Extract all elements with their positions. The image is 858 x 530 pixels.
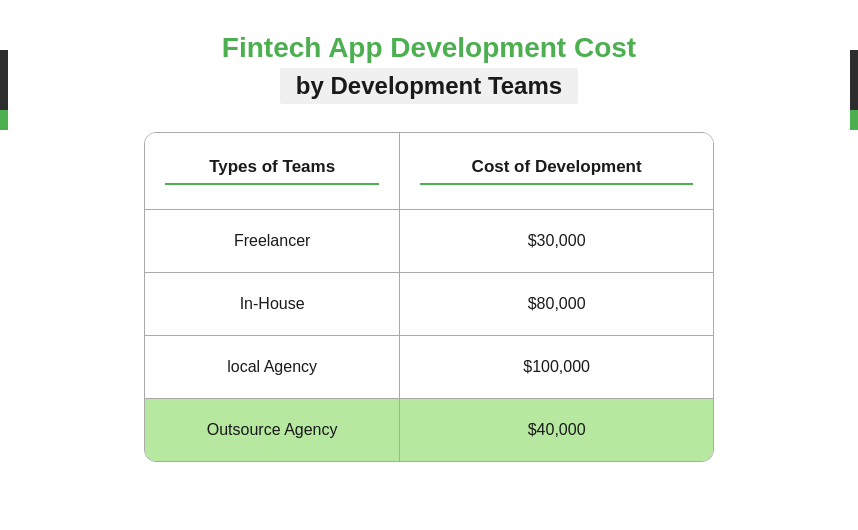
table-row: Freelancer$30,000 (145, 209, 713, 272)
main-table: Types of Teams Cost of Development Freel… (145, 133, 713, 461)
cell-team: In-House (145, 272, 400, 335)
cell-cost: $100,000 (400, 335, 713, 398)
table-row: local Agency$100,000 (145, 335, 713, 398)
side-bar-left-accent (0, 110, 8, 130)
title-line2: by Development Teams (280, 68, 578, 103)
title-section: Fintech App Development Cost by Developm… (222, 30, 636, 104)
table-row: Outsource Agency$40,000 (145, 398, 713, 461)
page-content: Fintech App Development Cost by Developm… (0, 0, 858, 462)
table-body: Freelancer$30,000In-House$80,000local Ag… (145, 209, 713, 461)
table-container: Types of Teams Cost of Development Freel… (144, 132, 714, 462)
table-header-row: Types of Teams Cost of Development (145, 133, 713, 210)
cell-cost: $40,000 (400, 398, 713, 461)
cell-team: local Agency (145, 335, 400, 398)
header-underline-1 (165, 183, 379, 185)
header-underline-2 (420, 183, 693, 185)
cell-cost: $30,000 (400, 209, 713, 272)
side-bar-right (850, 50, 858, 110)
cell-cost: $80,000 (400, 272, 713, 335)
col-header-cost: Cost of Development (400, 133, 713, 210)
cell-team: Freelancer (145, 209, 400, 272)
col-header-teams: Types of Teams (145, 133, 400, 210)
title-line1: Fintech App Development Cost (222, 30, 636, 66)
side-bar-right-accent (850, 110, 858, 130)
side-bar-left (0, 50, 8, 110)
cell-team: Outsource Agency (145, 398, 400, 461)
table-row: In-House$80,000 (145, 272, 713, 335)
